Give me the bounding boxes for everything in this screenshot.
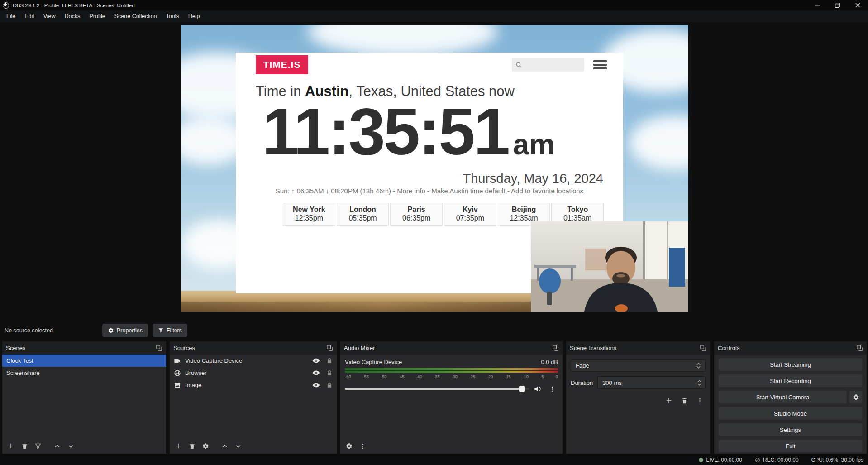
gear-icon <box>346 443 353 450</box>
transition-select[interactable]: Fade <box>571 359 706 372</box>
live-status: LIVE: 00:00:00 <box>699 457 742 463</box>
cloud <box>308 25 498 57</box>
source-item-browser[interactable]: Browser <box>170 367 337 379</box>
close-button[interactable] <box>848 0 868 10</box>
menu-file[interactable]: File <box>2 10 20 22</box>
spin-arrows-icon[interactable] <box>697 380 701 386</box>
add-scene-button[interactable] <box>5 440 17 452</box>
audio-mixer-toolbar <box>340 438 563 454</box>
popout-icon[interactable] <box>552 345 559 351</box>
sources-toolbar <box>170 438 337 454</box>
search-input[interactable] <box>525 62 584 68</box>
duration-spinbox[interactable]: 300 ms <box>597 376 706 389</box>
remove-scene-button[interactable] <box>19 440 30 452</box>
scene-transitions-title: Scene Transitions <box>570 345 700 351</box>
favorite-link: Add to favorite locations <box>511 187 583 195</box>
exit-button[interactable]: Exit <box>719 440 862 452</box>
menu-help[interactable]: Help <box>184 10 205 22</box>
mixer-menu-button[interactable] <box>357 440 368 452</box>
globe-icon <box>174 369 181 377</box>
menu-profile[interactable]: Profile <box>85 10 110 22</box>
controls-header[interactable]: Controls <box>714 341 867 355</box>
add-source-button[interactable] <box>172 440 184 452</box>
more-info-link: More info <box>397 187 425 195</box>
menu-view[interactable]: View <box>39 10 60 22</box>
settings-button[interactable]: Settings <box>719 423 862 436</box>
virtual-camera-config-button[interactable] <box>849 391 862 403</box>
scene-filters-button[interactable] <box>32 440 44 452</box>
popout-icon[interactable] <box>326 345 333 351</box>
audio-level-db: 0.0 dB <box>541 359 558 365</box>
controls-panel: Controls Start Streaming Start Recording… <box>714 341 867 454</box>
make-default-link: Make Austin time default <box>431 187 505 195</box>
gear-icon <box>108 327 114 334</box>
controls-title: Controls <box>718 345 856 351</box>
world-clock-london: London05:35pm <box>337 203 389 226</box>
transition-menu-button[interactable] <box>694 395 706 407</box>
audio-channel-menu-button[interactable] <box>546 383 558 395</box>
filters-button[interactable]: Filters <box>153 324 187 337</box>
audio-mixer-header[interactable]: Audio Mixer <box>340 341 563 355</box>
menu-edit[interactable]: Edit <box>20 10 39 22</box>
scene-transitions-header[interactable]: Scene Transitions <box>566 341 710 355</box>
speaker-icon[interactable] <box>534 385 542 393</box>
source-item-video-capture[interactable]: Video Capture Device <box>170 355 337 367</box>
start-streaming-button[interactable]: Start Streaming <box>719 358 862 371</box>
visibility-eye-icon[interactable] <box>312 357 320 364</box>
obs-window: OBS 29.1.2 - Profile: LLHLS BETA - Scene… <box>0 0 868 465</box>
menu-docks[interactable]: Docks <box>60 10 85 22</box>
visibility-eye-icon[interactable] <box>312 369 320 377</box>
sources-panel-header[interactable]: Sources <box>170 341 337 355</box>
scenes-toolbar <box>2 438 166 454</box>
move-source-up-button[interactable] <box>219 440 230 452</box>
source-properties-button[interactable] <box>200 440 211 452</box>
remove-source-button[interactable] <box>186 440 198 452</box>
volume-meter-right <box>345 371 558 373</box>
audio-channel-name: Video Capture Device <box>345 359 402 365</box>
clock-time: 11:35:51 <box>262 99 508 165</box>
world-clock-paris: Paris06:35pm <box>390 203 443 226</box>
world-clock-newyork: New York12:35pm <box>283 203 335 226</box>
minimize-button[interactable] <box>807 0 827 10</box>
scene-item-clock-test[interactable]: Clock Test <box>2 355 166 367</box>
preview-webcam-source[interactable] <box>531 221 688 312</box>
image-icon <box>174 382 181 389</box>
popout-icon[interactable] <box>156 345 162 351</box>
titlebar[interactable]: OBS 29.1.2 - Profile: LLHLS BETA - Scene… <box>0 0 868 10</box>
lock-icon[interactable] <box>326 382 333 388</box>
move-scene-up-button[interactable] <box>51 440 63 452</box>
preview-area[interactable]: TIME.IS Time in Austin, Texas, United St… <box>0 22 868 320</box>
volume-slider-handle[interactable] <box>519 386 525 392</box>
timeis-date: Thursday, May 16, 2024 <box>463 171 603 186</box>
move-source-down-button[interactable] <box>232 440 244 452</box>
lock-icon[interactable] <box>326 370 333 376</box>
popout-icon[interactable] <box>856 345 863 351</box>
duration-label: Duration <box>571 379 593 386</box>
remove-transition-button[interactable] <box>678 395 690 407</box>
filter-icon <box>158 327 164 333</box>
lock-icon[interactable] <box>326 358 333 364</box>
menu-tools[interactable]: Tools <box>162 10 184 22</box>
world-clock-kyiv: Kyiv07:35pm <box>444 203 496 226</box>
no-source-label: No source selected <box>5 327 53 334</box>
window-title: OBS 29.1.2 - Profile: LLHLS BETA - Scene… <box>13 3 135 8</box>
start-virtual-camera-button[interactable]: Start Virtual Camera <box>719 391 847 403</box>
cloud <box>629 115 688 170</box>
add-transition-button[interactable] <box>663 395 675 407</box>
visibility-eye-icon[interactable] <box>312 381 320 389</box>
preview-canvas[interactable]: TIME.IS Time in Austin, Texas, United St… <box>181 25 688 312</box>
move-scene-down-button[interactable] <box>65 440 76 452</box>
properties-button[interactable]: Properties <box>102 324 148 337</box>
start-recording-button[interactable]: Start Recording <box>719 374 862 387</box>
maximize-button[interactable] <box>827 0 848 10</box>
menu-scene-collection[interactable]: Scene Collection <box>110 10 162 22</box>
advanced-audio-button[interactable] <box>343 440 355 452</box>
audio-mixer-panel: Audio Mixer Video Capture Device 0.0 dB … <box>340 341 563 454</box>
scene-item-screenshare[interactable]: Screenshare <box>2 367 166 379</box>
scenes-panel-header[interactable]: Scenes <box>2 341 166 355</box>
source-toolbar: No source selected Properties Filters <box>0 320 868 340</box>
studio-mode-button[interactable]: Studio Mode <box>719 407 862 420</box>
source-item-image[interactable]: Image <box>170 379 337 391</box>
volume-slider[interactable] <box>345 388 529 390</box>
popout-icon[interactable] <box>700 345 706 351</box>
